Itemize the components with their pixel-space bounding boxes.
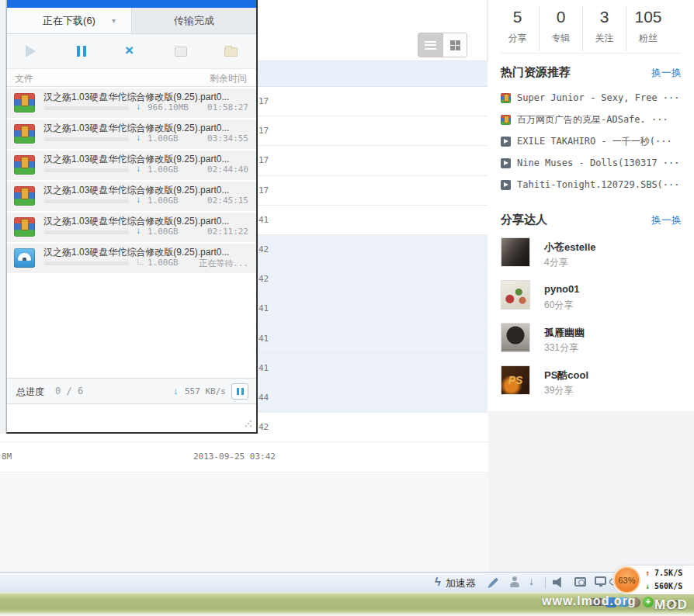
stat-label: 分享: [496, 32, 539, 45]
row-date: 2013-09-25 03:42: [193, 452, 276, 462]
pause-all-button[interactable]: [231, 383, 248, 400]
list-view-icon: [425, 41, 436, 50]
sharer-name: PS酷cool: [544, 369, 588, 382]
download-arrow-icon: ∟: [136, 256, 145, 267]
resource-type-icon: [501, 93, 511, 103]
open-folder-icon[interactable]: [224, 47, 238, 57]
sharer-item[interactable]: 小苍estelle 4分享: [501, 236, 682, 279]
sharer-item[interactable]: pyno01 60分享: [501, 279, 682, 321]
file-type-icon: [14, 124, 35, 144]
download-item[interactable]: 汉之殇1.03硬盘华佗综合修改版(9.25).part0... ↓ 1.00GB…: [7, 119, 256, 149]
download-item[interactable]: 汉之殇1.03硬盘华佗综合修改版(9.25).part0... ↓ 1.00GB…: [7, 182, 256, 211]
chevron-down-icon[interactable]: ▾: [112, 8, 116, 34]
top-sharers-title: 分享达人: [501, 213, 547, 227]
page-left-edge: [0, 0, 6, 434]
download-item[interactable]: 汉之殇1.03硬盘华佗综合修改版(9.25).part0... ↓ 966.10…: [7, 88, 256, 118]
list-view-button[interactable]: [418, 33, 442, 57]
hot-resources-title: 热门资源推荐: [501, 65, 571, 80]
hot-resource-item[interactable]: Tahiti-Tonight.120729.SBS(···: [501, 174, 687, 196]
download-item[interactable]: 汉之殇1.03硬盘华佗综合修改版(9.25).part0... ↓ 1.00GB…: [7, 213, 256, 242]
stat-label: 粉丝: [626, 32, 670, 45]
network-speeds: ↑ 7.5K/S ↓ 560K/S: [645, 566, 682, 593]
row-date-tail: 17: [259, 185, 269, 196]
screenshot-icon[interactable]: [574, 577, 586, 587]
download-arrow-icon: ↓: [136, 194, 141, 205]
disabled-file-icon[interactable]: [175, 47, 187, 57]
sharer-name: pyno01: [544, 283, 580, 295]
download-size: 1.00GB: [147, 196, 179, 206]
sharer-item[interactable]: PS PS酷cool 39分享: [501, 364, 682, 407]
sharer-name: 孤雁幽幽: [544, 326, 585, 340]
upload-speed: 7.5K/S: [654, 569, 682, 577]
hot-resource-item[interactable]: Super Junior - Sexy, Free ···: [501, 87, 687, 109]
resize-grip[interactable]: [245, 420, 252, 427]
hot-refresh-link[interactable]: 换一换: [651, 66, 682, 80]
download-item[interactable]: 汉之殇1.03硬盘华佗综合修改版(9.25).part0... ∟ 1.00GB…: [7, 244, 256, 273]
hot-resources-list: Super Junior - Sexy, Free ··· 百万网页广告的克星-…: [501, 87, 687, 196]
row-date-tail: 17: [259, 96, 269, 106]
hot-resource-item[interactable]: EXILE TAKAHIRO - 一千一秒(···: [501, 130, 687, 152]
view-toggle: [418, 33, 467, 57]
avatar: [501, 280, 530, 310]
remaining-time: 03:34:55: [207, 133, 248, 144]
tab-bar: 正在下载(6) ▾ 传输完成: [7, 8, 256, 34]
row-date-tail: 17: [259, 155, 269, 165]
pause-button-icon[interactable]: [77, 46, 86, 57]
accelerator-label[interactable]: 加速器: [446, 576, 476, 590]
avatar: PS: [501, 365, 530, 395]
user-icon[interactable]: [509, 576, 520, 588]
green-plus-tray-icon[interactable]: +: [643, 597, 654, 607]
download-list: 汉之殇1.03硬盘华佗综合修改版(9.25).part0... ↓ 966.10…: [7, 87, 256, 273]
grid-view-button[interactable]: [442, 33, 467, 57]
stat-cell[interactable]: 5 分享: [496, 6, 540, 51]
progress-bar: [44, 106, 128, 110]
tab-completed[interactable]: 传输完成: [131, 8, 256, 33]
sidebar-lower-background: [488, 411, 694, 572]
tab-downloading-label: 正在下载(6): [43, 15, 95, 26]
sharer-share-count: 331分享: [544, 341, 578, 355]
sharer-item[interactable]: 孤雁幽幽 331分享: [501, 321, 682, 364]
upload-arrow-icon: ↑: [645, 569, 650, 577]
avatar-text: PS: [508, 374, 523, 386]
sharers-refresh-link[interactable]: 换一换: [651, 213, 682, 227]
hot-resource-item[interactable]: Nine Muses - Dolls(130317 ···: [501, 152, 687, 174]
progress-bar: [44, 137, 128, 141]
tab-downloading[interactable]: 正在下载(6) ▾: [7, 8, 131, 33]
file-type-icon: [14, 248, 35, 268]
avatar: [501, 237, 530, 267]
memory-percent-badge[interactable]: 63%: [613, 566, 640, 594]
download-footer: 总进度 0 / 6 ↓ 557 KB/s: [7, 378, 256, 404]
avatar: [501, 323, 530, 352]
window-titlebar[interactable]: [7, 0, 256, 8]
lightning-icon[interactable]: ϟ: [435, 575, 441, 588]
sharer-share-count: 60分享: [544, 299, 573, 312]
resume-button-play-icon[interactable]: [26, 45, 36, 57]
hot-resource-item[interactable]: 百万网页广告的克星-ADSafe. ···: [501, 109, 687, 130]
remaining-time: 01:58:27: [207, 102, 248, 112]
stat-cell[interactable]: 3 关注: [583, 6, 626, 51]
download-speed: 560K/S: [654, 582, 682, 590]
download-size: 966.10MB: [147, 102, 189, 112]
download-icon[interactable]: ↓: [529, 575, 534, 587]
column-remaining-time: 剩余时间: [210, 72, 247, 85]
resource-name: 百万网页广告的克星-ADSafe. ···: [517, 113, 684, 126]
monitor-icon[interactable]: [595, 576, 606, 585]
stat-cell[interactable]: 0 专辑: [540, 6, 583, 51]
stat-value: 105: [626, 8, 670, 26]
sidebar-divider: [501, 53, 682, 54]
file-type-icon: [14, 186, 35, 206]
resource-type-icon: [501, 158, 511, 168]
pen-icon[interactable]: [489, 577, 498, 587]
stat-value: 0: [540, 8, 582, 26]
row-date-tail: 42: [259, 422, 269, 432]
speaker-icon[interactable]: [553, 576, 564, 588]
download-manager-window: 正在下载(6) ▾ 传输完成 × 文件 剩余时间 汉之殇1.03硬盘华佗综合修改…: [6, 0, 258, 434]
stat-label: 专辑: [540, 32, 582, 45]
download-item[interactable]: 汉之殇1.03硬盘华佗综合修改版(9.25).part0... ↓ 1.00GB…: [7, 151, 256, 180]
screen: 17 17 17 17 41 42 42: [0, 0, 694, 616]
row-date-tail: 42: [259, 274, 269, 284]
table-row-visible[interactable]: 8M 2013-09-25 03:42: [0, 442, 488, 472]
download-arrow-icon: ↓: [136, 101, 141, 112]
stat-cell[interactable]: 105 粉丝: [626, 6, 670, 51]
cancel-button-x-icon[interactable]: ×: [125, 41, 134, 60]
